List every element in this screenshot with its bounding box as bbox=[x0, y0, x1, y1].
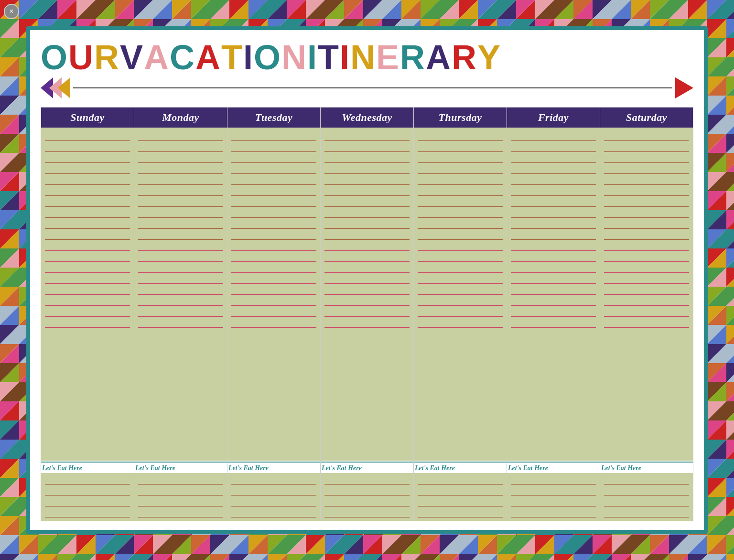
day-body-monday[interactable] bbox=[134, 128, 227, 461]
write-line bbox=[418, 240, 503, 251]
write-line bbox=[604, 240, 689, 251]
title-letter: I bbox=[243, 39, 254, 76]
write-line bbox=[231, 185, 316, 196]
write-line bbox=[604, 207, 689, 218]
eats-section-wednesday: Let's Eat Here bbox=[321, 462, 413, 521]
eats-section-thursday: Let's Eat Here bbox=[414, 462, 507, 521]
day-header-sunday: Sunday bbox=[41, 108, 134, 128]
write-line bbox=[418, 251, 503, 262]
write-line bbox=[138, 251, 223, 262]
write-line bbox=[231, 218, 316, 229]
write-line bbox=[324, 196, 410, 207]
write-line bbox=[324, 218, 410, 229]
write-line bbox=[45, 295, 130, 306]
write-line bbox=[418, 141, 503, 152]
write-line bbox=[511, 284, 596, 295]
write-line bbox=[45, 284, 130, 295]
eats-body[interactable] bbox=[600, 473, 693, 521]
write-line bbox=[324, 141, 410, 152]
write-line bbox=[324, 284, 410, 295]
day-header-monday: Monday bbox=[134, 108, 227, 128]
write-line bbox=[418, 218, 503, 229]
write-line bbox=[45, 196, 130, 207]
write-line bbox=[138, 141, 223, 152]
day-body-thursday[interactable] bbox=[414, 128, 507, 461]
write-line bbox=[231, 229, 316, 240]
write-line bbox=[324, 262, 410, 273]
write-line bbox=[418, 174, 503, 185]
write-line bbox=[604, 141, 689, 152]
write-line bbox=[45, 141, 130, 152]
title-letter: C bbox=[170, 39, 195, 76]
write-line bbox=[138, 306, 223, 317]
day-header-saturday: Saturday bbox=[600, 108, 693, 128]
write-line bbox=[138, 152, 223, 163]
write-line bbox=[604, 229, 689, 240]
eats-section-monday: Let's Eat Here bbox=[134, 462, 227, 521]
day-column-wednesday: WednesdayLet's Eat Here bbox=[321, 108, 414, 521]
write-line bbox=[138, 163, 223, 174]
write-line bbox=[324, 273, 410, 284]
day-column-thursday: ThursdayLet's Eat Here bbox=[414, 108, 507, 521]
write-line bbox=[138, 229, 223, 240]
write-line bbox=[138, 240, 223, 251]
write-line bbox=[604, 306, 689, 317]
eats-body[interactable] bbox=[414, 473, 507, 521]
write-line bbox=[138, 207, 223, 218]
write-line bbox=[324, 240, 410, 251]
eats-body[interactable] bbox=[507, 473, 600, 521]
write-line bbox=[324, 295, 410, 306]
write-line bbox=[511, 152, 596, 163]
eats-section-sunday: Let's Eat Here bbox=[41, 462, 134, 521]
title-letter: A bbox=[426, 39, 452, 76]
arrow-left-chevrons bbox=[41, 77, 70, 98]
write-line bbox=[604, 218, 689, 229]
title-letter: E bbox=[376, 39, 400, 76]
eats-body[interactable] bbox=[41, 473, 134, 521]
write-line bbox=[511, 317, 596, 328]
write-line bbox=[231, 163, 316, 174]
write-line bbox=[604, 273, 689, 284]
write-line bbox=[138, 218, 223, 229]
write-line bbox=[231, 130, 316, 141]
day-body-tuesday[interactable] bbox=[227, 128, 320, 461]
arrow-line bbox=[73, 87, 672, 88]
day-body-sunday[interactable] bbox=[41, 128, 134, 461]
write-line bbox=[604, 130, 689, 141]
write-line bbox=[604, 185, 689, 196]
write-line bbox=[418, 317, 503, 328]
close-button[interactable]: × bbox=[4, 4, 19, 19]
title-letter: U bbox=[68, 39, 94, 76]
eats-label: Let's Eat Here bbox=[227, 463, 320, 473]
write-line bbox=[418, 196, 503, 207]
eats-body[interactable] bbox=[134, 473, 227, 521]
day-body-wednesday[interactable] bbox=[321, 128, 413, 461]
title-letter: I bbox=[307, 39, 318, 76]
eats-body[interactable] bbox=[321, 473, 413, 521]
write-line bbox=[138, 295, 223, 306]
write-line bbox=[511, 185, 596, 196]
day-body-saturday[interactable] bbox=[600, 128, 693, 461]
eats-line bbox=[511, 485, 596, 495]
eats-line bbox=[45, 507, 130, 517]
eats-line bbox=[231, 507, 316, 517]
day-column-tuesday: TuesdayLet's Eat Here bbox=[227, 108, 321, 521]
write-line bbox=[231, 240, 316, 251]
write-line bbox=[511, 306, 596, 317]
write-line bbox=[45, 273, 130, 284]
write-line bbox=[324, 229, 410, 240]
title-letter: T bbox=[221, 39, 243, 76]
write-line bbox=[324, 163, 410, 174]
write-line bbox=[231, 295, 316, 306]
write-line bbox=[604, 262, 689, 273]
eats-body[interactable] bbox=[227, 473, 320, 521]
write-line bbox=[138, 185, 223, 196]
day-body-friday[interactable] bbox=[507, 128, 600, 461]
title-letter: R bbox=[400, 39, 426, 76]
write-line bbox=[418, 262, 503, 273]
write-line bbox=[324, 130, 410, 141]
write-line bbox=[45, 262, 130, 273]
eats-line bbox=[138, 474, 223, 485]
write-line bbox=[45, 207, 130, 218]
eats-line bbox=[231, 485, 316, 495]
